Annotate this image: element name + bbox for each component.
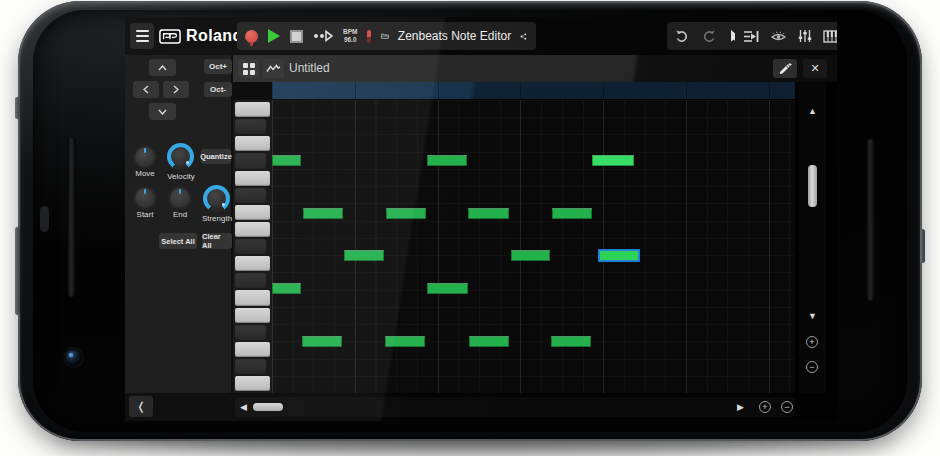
end-knob[interactable]: [170, 188, 190, 208]
zoom-in-horizontal-button[interactable]: +: [759, 401, 771, 413]
midi-note[interactable]: [302, 336, 342, 347]
black-key[interactable]: [235, 153, 266, 168]
right-speaker-grille: [866, 139, 875, 301]
midi-note[interactable]: [551, 336, 591, 347]
clear-all-button[interactable]: Clear All: [202, 233, 232, 249]
scroll-left-arrow[interactable]: ◀: [240, 402, 247, 412]
vertical-scrollbar[interactable]: ▲ ▼ + −: [799, 82, 826, 393]
play-button[interactable]: [268, 29, 280, 43]
folder-icon[interactable]: [381, 30, 389, 42]
strength-knob-label: Strength: [197, 214, 237, 223]
octave-up-button[interactable]: Oct+: [204, 59, 232, 74]
undo-icon[interactable]: [675, 29, 689, 43]
black-key[interactable]: [235, 325, 266, 340]
move-knob[interactable]: [135, 147, 155, 167]
roland-badge-icon: [159, 29, 181, 44]
grid-view-icon: [243, 63, 255, 75]
piano-roll-grid[interactable]: [272, 100, 795, 393]
midi-note[interactable]: [303, 208, 343, 219]
black-key[interactable]: [235, 273, 266, 288]
scroll-right-arrow[interactable]: ▶: [737, 402, 744, 412]
collapse-panel-button[interactable]: ❬: [129, 396, 153, 417]
midi-note[interactable]: [272, 283, 301, 294]
strength-knob[interactable]: [203, 185, 230, 212]
power-button: [920, 229, 925, 263]
visibility-eye-icon[interactable]: [770, 30, 787, 43]
note-editor-tab-bar: Untitled ✕: [233, 55, 837, 82]
nudge-right-button[interactable]: [163, 81, 189, 98]
black-key[interactable]: [235, 119, 266, 134]
redo-icon[interactable]: [702, 29, 716, 43]
black-key[interactable]: [235, 359, 266, 374]
main-toolbar: Roland BPM 96.0 ❯ Zenbeats Note Editor: [125, 17, 837, 55]
bpm-label: BPM: [343, 28, 357, 36]
midi-note[interactable]: [344, 250, 384, 261]
midi-note[interactable]: [552, 208, 592, 219]
white-key[interactable]: [235, 205, 270, 220]
start-knob[interactable]: [135, 188, 155, 208]
white-key[interactable]: [235, 222, 270, 237]
paint-brush-icon: [778, 62, 792, 75]
midi-note[interactable]: [592, 155, 634, 166]
horizontal-scrollbar[interactable]: ◀ ▶ + −: [235, 397, 795, 417]
nudge-down-button[interactable]: [149, 103, 176, 120]
scroll-up-arrow[interactable]: ▲: [799, 106, 826, 116]
quantize-button[interactable]: Quantize: [201, 149, 231, 164]
midi-note[interactable]: [427, 155, 467, 166]
white-key[interactable]: [235, 342, 270, 357]
bpm-display[interactable]: BPM 96.0: [343, 28, 357, 44]
project-title: Zenbeats Note Editor: [398, 29, 511, 43]
nudge-left-button[interactable]: [133, 81, 159, 98]
midi-note[interactable]: [511, 250, 550, 261]
white-key[interactable]: [235, 290, 270, 305]
project-title-bar[interactable]: Zenbeats Note Editor: [372, 22, 536, 50]
black-key[interactable]: [235, 239, 266, 254]
octave-down-button[interactable]: Oct-: [204, 82, 232, 97]
zoom-out-vertical-button[interactable]: −: [806, 361, 818, 373]
clip-title[interactable]: Untitled: [289, 61, 330, 75]
auto-scroll-icon[interactable]: [743, 30, 759, 43]
clip-grid-view-button[interactable]: [238, 59, 259, 78]
view-toggle-group: [735, 22, 837, 50]
nudge-up-button[interactable]: [149, 59, 176, 76]
midi-note[interactable]: [385, 336, 425, 347]
midi-note[interactable]: [272, 155, 301, 166]
move-knob-label: Move: [127, 169, 163, 178]
side-button: [15, 97, 20, 119]
share-icon[interactable]: [520, 30, 527, 43]
vertical-scroll-thumb[interactable]: [808, 165, 817, 207]
timeline-ruler[interactable]: [272, 82, 795, 100]
piano-keyboard-icon[interactable]: [823, 30, 837, 43]
metronome-level-indicator: [367, 30, 371, 43]
mixer-faders-icon[interactable]: [798, 29, 812, 43]
select-all-button[interactable]: Select All: [159, 233, 197, 249]
record-button[interactable]: [245, 30, 258, 43]
velocity-knob[interactable]: [167, 143, 194, 170]
automation-curve-button[interactable]: [263, 59, 284, 78]
zoom-in-vertical-button[interactable]: +: [806, 336, 818, 348]
close-editor-button[interactable]: ✕: [803, 59, 827, 78]
waveform-icon: [266, 63, 281, 74]
brand-name: Roland: [186, 27, 243, 45]
white-key[interactable]: [235, 308, 270, 323]
white-key[interactable]: [235, 256, 270, 271]
white-key[interactable]: [235, 171, 270, 186]
midi-note[interactable]: [427, 283, 468, 294]
paint-tool-button[interactable]: [773, 59, 797, 78]
white-key[interactable]: [235, 102, 270, 117]
midi-note[interactable]: [469, 336, 509, 347]
zoom-out-horizontal-button[interactable]: −: [781, 401, 793, 413]
horizontal-scroll-thumb[interactable]: [253, 403, 283, 411]
midi-note[interactable]: [386, 208, 426, 219]
scroll-down-arrow[interactable]: ▼: [799, 311, 826, 321]
start-knob-label: Start: [127, 210, 163, 219]
white-key[interactable]: [235, 136, 270, 151]
midi-note[interactable]: [468, 208, 509, 219]
stop-button[interactable]: [290, 30, 303, 43]
white-key[interactable]: [235, 376, 270, 391]
midi-note-selected[interactable]: [598, 249, 640, 262]
volume-button: [15, 227, 20, 315]
black-key[interactable]: [235, 188, 266, 203]
menu-button[interactable]: [130, 23, 154, 49]
count-in-icon[interactable]: [313, 30, 333, 42]
